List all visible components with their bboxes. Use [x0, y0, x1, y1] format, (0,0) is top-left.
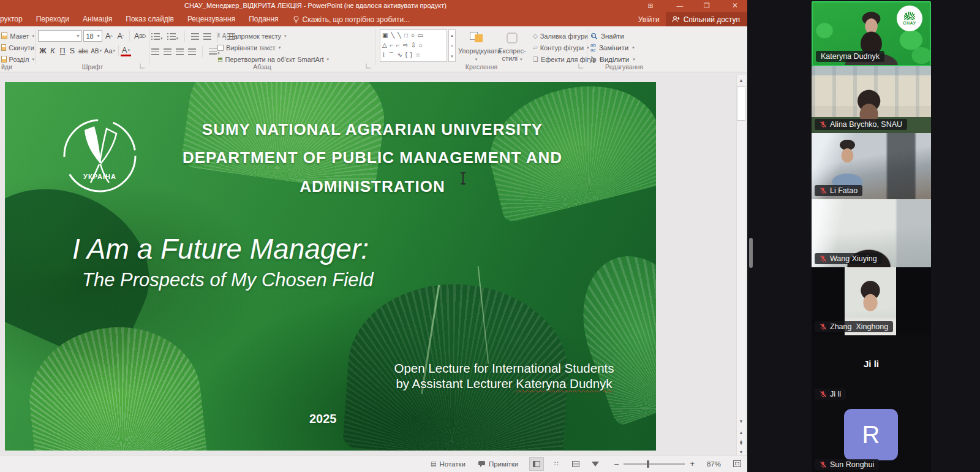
align-left-button[interactable] — [151, 48, 159, 55]
reading-view-button[interactable] — [568, 457, 583, 471]
status-bar: ▤ Нотатки Примітки ∷ − + 87% — [0, 455, 747, 472]
text-direction-button[interactable]: ⫴А Напрямок тексту▾ — [217, 30, 329, 42]
italic-button[interactable]: К — [48, 45, 58, 57]
slide-scrollbar[interactable] — [736, 75, 746, 455]
shape-effects-label: Ефекти для фігур — [541, 56, 597, 63]
share-button[interactable]: Спільний доступ — [666, 12, 747, 26]
slide-header-line3: ADMINISTRATION — [146, 177, 599, 196]
participant-name: Alina Brychko, SNAU — [830, 120, 902, 129]
zoom-in-icon[interactable]: + — [690, 459, 695, 468]
change-case-button[interactable]: Аа▾ — [103, 45, 116, 57]
participant-tile-jili[interactable]: Ji li Ji li — [812, 335, 931, 403]
text-direction-label: Напрямок тексту — [228, 32, 281, 40]
slideshow-button[interactable] — [588, 457, 603, 471]
participant-tile-wang[interactable]: Wang Xiuying — [812, 199, 931, 267]
fit-slide-button[interactable] — [727, 460, 747, 467]
character-spacing-button[interactable]: АВ▾ — [89, 45, 103, 57]
participant-name: Kateryna Dudnyk — [821, 52, 880, 61]
search-icon — [590, 32, 598, 40]
font-color-button[interactable]: А▾ — [121, 46, 131, 56]
tab-review[interactable]: Рецензування — [181, 12, 242, 26]
bullets-button[interactable]: ▾ — [151, 33, 163, 41]
font-group-label: Шрифт — [38, 63, 147, 70]
title-bar: СНАУ_Менеджер_ВІДКРИТА ЛЕКЦІЯ - PowerPoi… — [0, 0, 747, 12]
font-color-label: А — [122, 46, 127, 55]
participant-tile-zhang[interactable]: Zhang Xinghong — [812, 267, 931, 335]
decrease-indent-button[interactable] — [191, 33, 199, 41]
panel-scrollbar-thumb[interactable] — [749, 238, 753, 268]
increase-indent-button[interactable] — [203, 33, 211, 41]
replace-icon: abac — [590, 43, 596, 53]
find-button[interactable]: Знайти — [590, 30, 658, 42]
shapes-gallery[interactable]: ▣ ╲ ╲ □ ○ ▭ △ ⌐ ⌐ ⇨ ⇩ ⌂ ⌇ ⌒ ∿ { } ☆ — [380, 29, 447, 62]
participant-tile-sun[interactable]: R Sun Ronghui — [812, 403, 931, 472]
quick-styles-button[interactable]: Експрес-стилі ▾ — [495, 29, 529, 63]
align-text-button[interactable]: Вирівняти текст▾ — [217, 42, 329, 53]
ribbon-group-paragraph: ▾ ▾ ↕▾ ▾ ⫴А Напрямок тексту▾ — [151, 26, 373, 72]
maximize-icon[interactable]: ❐ — [702, 1, 712, 10]
clear-formatting-button[interactable]: А⌦ — [134, 30, 147, 42]
drawing-dialog-launcher-icon[interactable] — [579, 64, 584, 69]
text-shadow-button[interactable]: S — [67, 45, 77, 57]
tab-slideshow[interactable]: Показ слайдів — [119, 12, 181, 26]
layout-label: Макет — [10, 32, 29, 40]
replace-button[interactable]: abac Замінити▾ — [590, 42, 658, 53]
shrink-font-button[interactable]: Аˇ — [116, 30, 126, 42]
reset-button[interactable]: Скинути — [1, 42, 34, 53]
next-slide-icon[interactable]: ▼▼ — [737, 440, 745, 448]
zoom-out-icon[interactable]: − — [614, 459, 619, 469]
participant-tile-kateryna[interactable]: СНАУ Kateryna Dudnyk — [812, 1, 931, 66]
scroll-up-icon[interactable]: ▲ — [737, 77, 745, 85]
tab-view[interactable]: Подання — [242, 12, 285, 26]
underline-button[interactable]: П — [58, 45, 67, 57]
drawing-group-label: Креслення — [377, 63, 586, 70]
muted-mic-icon — [820, 187, 827, 194]
participant-tile-alina[interactable]: Alina Brychko, SNAU — [812, 66, 931, 133]
case-label: Аа — [104, 47, 113, 55]
scrollbar-thumb[interactable] — [737, 86, 745, 121]
tab-constructor[interactable]: руктор — [0, 12, 29, 26]
text-cursor — [462, 173, 464, 184]
font-name-combo[interactable]: ▾ — [38, 30, 81, 42]
bold-button[interactable]: Ж — [38, 45, 48, 57]
tab-transitions[interactable]: Переходи — [29, 12, 76, 26]
font-dialog-launcher-icon[interactable] — [140, 64, 145, 69]
previous-slide-icon[interactable]: ▲▲ — [737, 428, 745, 437]
align-text-icon — [217, 45, 224, 51]
minimize-icon[interactable]: — — [675, 1, 685, 10]
zoom-slider[interactable] — [624, 463, 685, 465]
justify-button[interactable] — [188, 48, 196, 55]
shapes-gallery-scrollbar[interactable]: ▴▪▾ — [448, 29, 456, 62]
slide-footer-line1: Open Lecture for International Students — [391, 361, 617, 376]
slide[interactable]: УКРАЇНА SUMY NATIONAL AGRARIAN UNIVERSIT… — [5, 82, 656, 451]
font-size-value: 18 — [86, 32, 93, 40]
lightbulb-icon — [293, 15, 300, 23]
numbering-button[interactable]: ▾ — [167, 33, 179, 41]
tab-animations[interactable]: Анімація — [76, 12, 119, 26]
ribbon-display-options-icon[interactable]: ⊞ — [646, 1, 655, 10]
zoom-slider-thumb[interactable] — [647, 460, 649, 468]
layout-button[interactable]: Макет▾ — [1, 30, 34, 42]
sign-in-button[interactable]: Увійти — [632, 15, 666, 24]
tell-me-box[interactable]: Скажіть, що потрібно зробити... — [285, 15, 418, 24]
participant-name: Li Fatao — [830, 186, 858, 195]
participant-tile-li[interactable]: Li Fatao — [812, 133, 931, 199]
comments-button[interactable]: Примітки — [472, 460, 524, 468]
strikethrough-button[interactable]: abc — [77, 45, 89, 57]
zoom-level[interactable]: 87% — [701, 460, 727, 468]
replace-label: Замінити — [599, 44, 628, 51]
paragraph-dialog-launcher-icon[interactable] — [366, 64, 371, 69]
align-right-button[interactable] — [176, 48, 184, 55]
font-size-combo[interactable]: 18▾ — [83, 30, 102, 42]
slide-sorter-button[interactable]: ∷ — [549, 457, 564, 471]
participant-name-tag: Wang Xiuying — [815, 253, 882, 264]
scroll-down-icon[interactable]: ▼ — [737, 417, 745, 426]
align-text-label: Вирівняти текст — [226, 44, 276, 51]
arrange-button[interactable]: Упорядкувати▾ — [458, 29, 494, 62]
normal-view-button[interactable] — [529, 457, 544, 471]
align-center-button[interactable] — [164, 48, 172, 55]
grow-font-button[interactable]: А^ — [104, 30, 114, 42]
notes-button[interactable]: ▤ Нотатки — [424, 460, 472, 468]
muted-mic-icon — [820, 121, 827, 128]
close-icon[interactable]: ✕ — [730, 1, 740, 10]
